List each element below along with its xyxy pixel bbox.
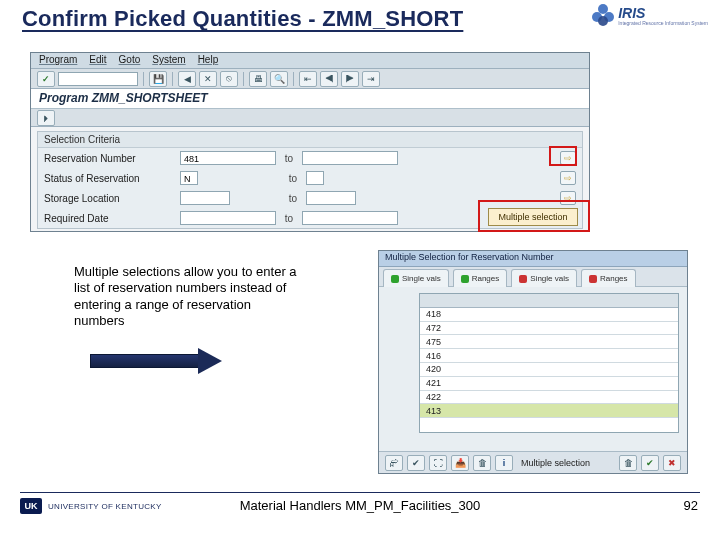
tab-exclude-single[interactable]: Single vals xyxy=(511,269,577,287)
menu-program[interactable]: Program xyxy=(39,54,77,67)
last-page-button[interactable]: ⇥ xyxy=(362,71,380,87)
dialog-bottom-toolbar: ⮳ ✔ ⛶ 📥 🗑 i Multiple selection 🗑 ✔ ✖ xyxy=(379,451,687,473)
check-button[interactable]: ✔ xyxy=(407,455,425,471)
copy-button[interactable]: ⮳ xyxy=(385,455,403,471)
sap-multiple-selection-dialog: Multiple Selection for Reservation Numbe… xyxy=(378,250,688,474)
grid-row[interactable]: 420 xyxy=(420,363,678,377)
grid-row[interactable]: 422 xyxy=(420,391,678,405)
save-button[interactable]: 💾 xyxy=(149,71,167,87)
arrow-icon xyxy=(90,348,230,374)
next-page-button[interactable]: ⯈ xyxy=(341,71,359,87)
iris-logo: IRIS Integrated Resource Information Sys… xyxy=(592,4,708,26)
prev-page-button[interactable]: ⯇ xyxy=(320,71,338,87)
menu-system[interactable]: System xyxy=(152,54,185,67)
highlight-ms-button xyxy=(549,146,577,166)
group-title: Selection Criteria xyxy=(38,132,582,148)
program-header: Program ZMM_SHORTSHEET xyxy=(31,89,589,109)
grid-row[interactable]: 416 xyxy=(420,349,678,363)
grid-row[interactable]: 472 xyxy=(420,322,678,336)
annotation-text: Multiple selections allow you to enter a… xyxy=(74,264,300,329)
to-label: to xyxy=(286,193,300,204)
cancel-dialog-button[interactable]: ✖ xyxy=(663,455,681,471)
dialog-title: Multiple Selection for Reservation Numbe… xyxy=(379,251,687,267)
date-to-input[interactable] xyxy=(302,211,398,225)
first-page-button[interactable]: ⇤ xyxy=(299,71,317,87)
row-reservation-number: Reservation Number 481 to xyxy=(38,148,582,168)
status-from-input[interactable]: N xyxy=(180,171,198,185)
storage-to-input[interactable] xyxy=(306,191,356,205)
import-button[interactable]: 📥 xyxy=(451,455,469,471)
menu-goto[interactable]: Goto xyxy=(119,54,141,67)
grid-row-empty[interactable] xyxy=(420,418,678,432)
to-label: to xyxy=(282,153,296,164)
reservation-to-input[interactable] xyxy=(302,151,398,165)
reservation-from-input[interactable]: 481 xyxy=(180,151,276,165)
tab-exclude-ranges[interactable]: Ranges xyxy=(581,269,636,287)
status-to-input[interactable] xyxy=(306,171,324,185)
tab-include-single[interactable]: Single vals xyxy=(383,269,449,287)
grid-header xyxy=(420,294,678,308)
row-status: Status of Reservation N to xyxy=(38,168,582,188)
enter-button[interactable] xyxy=(37,71,55,87)
toolbar: 💾 ◀ ✕ ⦸ 🖶 🔍 ⇤ ⯇ ⯈ ⇥ xyxy=(31,69,589,89)
dialog-tabs: Single vals Ranges Single vals Ranges xyxy=(379,267,687,287)
to-label: to xyxy=(282,213,296,224)
iris-icon xyxy=(592,4,614,26)
command-field[interactable] xyxy=(58,72,138,86)
cancel-button[interactable]: ⦸ xyxy=(220,71,238,87)
grid-row[interactable]: 418 xyxy=(420,308,678,322)
grid-row[interactable]: 475 xyxy=(420,335,678,349)
iris-sub: Integrated Resource Information System xyxy=(618,21,708,26)
delete-all-button[interactable]: 🗑 xyxy=(619,455,637,471)
execute-button[interactable]: ⏵ xyxy=(37,110,55,126)
values-grid[interactable]: 418 472 475 416 420 421 422 413 xyxy=(419,293,679,433)
date-from-input[interactable] xyxy=(180,211,276,225)
app-toolbar: ⏵ xyxy=(31,109,589,127)
label-storage-location: Storage Location xyxy=(44,193,174,204)
options-button[interactable]: ⛶ xyxy=(429,455,447,471)
exit-button[interactable]: ✕ xyxy=(199,71,217,87)
menu-edit[interactable]: Edit xyxy=(89,54,106,67)
menubar: Program Edit Goto System Help xyxy=(31,53,589,69)
iris-word: IRIS xyxy=(618,5,708,21)
tab-label: Single vals xyxy=(402,274,441,283)
print-button[interactable]: 🖶 xyxy=(249,71,267,87)
callout-multiple-selection: Multiple selection xyxy=(488,208,578,226)
footer-center: Material Handlers MM_PM_Facilities_300 xyxy=(0,498,720,513)
label-required-date: Required Date xyxy=(44,213,174,224)
menu-help[interactable]: Help xyxy=(198,54,219,67)
storage-from-input[interactable] xyxy=(180,191,230,205)
tab-include-ranges[interactable]: Ranges xyxy=(453,269,508,287)
page-number: 92 xyxy=(684,498,698,513)
tab-label: Ranges xyxy=(600,274,628,283)
help-button[interactable]: i xyxy=(495,455,513,471)
back-button[interactable]: ◀ xyxy=(178,71,196,87)
to-label: to xyxy=(286,173,300,184)
delete-row-button[interactable]: 🗑 xyxy=(473,455,491,471)
slide-title: Confirm Picked Quantities - ZMM_SHORT xyxy=(22,6,463,32)
accept-button[interactable]: ✔ xyxy=(641,455,659,471)
footer-rule xyxy=(20,492,700,493)
find-button[interactable]: 🔍 xyxy=(270,71,288,87)
tab-label: Single vals xyxy=(530,274,569,283)
label-reservation-number: Reservation Number xyxy=(44,153,174,164)
multiple-selection-button-status[interactable] xyxy=(560,171,576,185)
bottom-label: Multiple selection xyxy=(521,458,590,468)
tab-label: Ranges xyxy=(472,274,500,283)
grid-row[interactable]: 421 xyxy=(420,377,678,391)
label-status: Status of Reservation xyxy=(44,173,174,184)
grid-row-selected[interactable]: 413 xyxy=(420,404,678,418)
